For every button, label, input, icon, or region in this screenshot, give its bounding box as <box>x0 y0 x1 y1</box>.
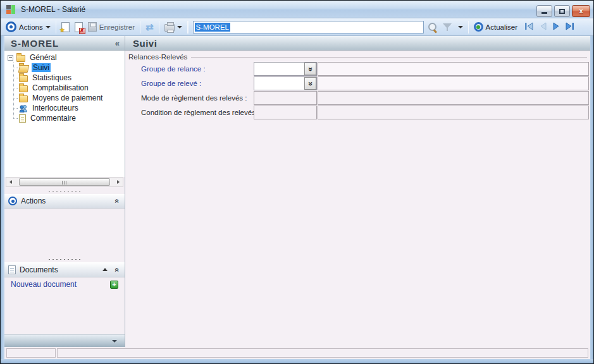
tree-item-label[interactable]: Commentaire <box>29 114 77 123</box>
grip-dots-icon <box>47 258 82 260</box>
target-icon <box>8 197 17 205</box>
first-icon <box>524 21 535 31</box>
print-caret-icon <box>177 26 182 28</box>
tree-item-interlocuteurs[interactable]: Interlocuteurs <box>19 103 125 113</box>
main-content: Suivi Relances-Relevés Groupe de relance… <box>125 36 590 347</box>
tree-connector <box>13 78 18 78</box>
field-label-condition-reglement: Condition de règlement des relevés : <box>141 109 259 116</box>
actions-menu-label: Actions <box>19 23 43 31</box>
refresh-icon: ⇄ <box>145 22 154 32</box>
tree-item-label-selected[interactable]: Suivi <box>32 63 51 72</box>
panel-splitter-handle[interactable] <box>4 257 125 262</box>
tree-item-general[interactable]: Général <box>4 52 125 63</box>
status-cell-left <box>6 348 56 358</box>
groupe-releve-field[interactable] <box>318 76 589 90</box>
horizontal-scrollbar[interactable] <box>6 177 123 187</box>
scroll-left-icon[interactable] <box>6 178 15 186</box>
scroll-up-icon[interactable] <box>102 268 108 271</box>
condition-reglement-code-field <box>254 106 317 119</box>
save-icon <box>88 22 97 32</box>
nav-previous-button[interactable] <box>538 21 548 32</box>
group-divider <box>191 57 587 58</box>
combo-dropdown-button[interactable]: » <box>304 77 316 90</box>
combo-value[interactable] <box>254 63 304 75</box>
collapse-panel-icon[interactable]: « <box>113 199 122 203</box>
note-icon <box>19 114 26 123</box>
tree-children: Suivi Statistiques Comptabilisation Moye… <box>4 63 125 123</box>
tree-item-comptabilisation[interactable]: Comptabilisation <box>19 83 125 93</box>
close-button[interactable]: x <box>572 5 590 17</box>
panel-documents-label: Documents <box>20 265 99 274</box>
previous-icon <box>538 21 548 31</box>
record-header: S-MOREL « <box>4 36 125 51</box>
new-document-icon: ★ <box>61 22 70 32</box>
panel-documents-header[interactable]: Documents « <box>4 262 125 277</box>
tree-item-moyens-de-paiement[interactable]: Moyens de paiement <box>19 93 125 103</box>
tree-item-statistiques[interactable]: Statistiques <box>19 73 125 83</box>
page-title: Suivi <box>125 38 157 49</box>
field-label-groupe-relance: Groupe de relance : <box>141 65 206 73</box>
collapse-panel-icon[interactable]: « <box>113 267 122 272</box>
search-selected-text: S-MOREL <box>195 23 230 32</box>
scroll-thumb[interactable] <box>19 178 110 186</box>
groupe-releve-combobox[interactable]: » <box>254 76 317 90</box>
sidebar-bottom-bar[interactable] <box>4 334 125 347</box>
tree-connector <box>13 68 18 68</box>
new-document-link[interactable]: Nouveau document <box>11 280 110 289</box>
panel-splitter-handle[interactable] <box>4 189 125 193</box>
nav-next-button[interactable] <box>552 21 561 32</box>
actualiser-label: Actualiser <box>486 23 518 31</box>
actualiser-button[interactable]: Actualiser <box>471 21 521 33</box>
title-bar[interactable]: S-MOREL - Salarié x <box>1 1 593 18</box>
actualiser-icon <box>474 22 483 32</box>
panel-actions-header[interactable]: Actions « <box>4 194 125 209</box>
app-icon <box>6 4 16 15</box>
groupe-relance-field[interactable] <box>318 62 589 76</box>
nav-first-button[interactable] <box>524 21 535 32</box>
delete-button[interactable]: ✗ <box>72 21 85 33</box>
combo-dropdown-button[interactable]: » <box>304 63 316 75</box>
open-folder-icon <box>19 65 28 72</box>
tree-collapse-icon[interactable] <box>8 55 13 61</box>
window-title: S-MOREL - Salarié <box>21 5 85 14</box>
tree-item-label[interactable]: Général <box>28 53 58 62</box>
tree-item-label[interactable]: Interlocuteurs <box>31 104 80 112</box>
document-icon <box>8 265 16 274</box>
double-chevron-down-icon: » <box>306 82 315 85</box>
minimize-button[interactable] <box>536 5 552 17</box>
tree-connector <box>13 108 18 109</box>
search-input[interactable]: S-MOREL <box>193 21 424 33</box>
grip-dots-icon <box>47 190 82 192</box>
tree-item-label[interactable]: Statistiques <box>31 73 73 82</box>
maximize-button[interactable] <box>554 5 570 17</box>
scroll-right-icon[interactable] <box>114 178 123 186</box>
search-button[interactable] <box>425 21 440 33</box>
filter-caret-icon <box>458 26 463 28</box>
toolbar-separator <box>56 21 56 33</box>
caret-down-icon <box>46 26 51 28</box>
new-document-button[interactable]: ★ <box>59 21 72 33</box>
app-window: S-MOREL - Salarié x Actions ★ ✗ Enregist… <box>0 0 594 364</box>
print-button[interactable] <box>162 21 185 33</box>
magnifier-icon <box>428 22 438 32</box>
tree-item-suivi[interactable]: Suivi <box>19 63 125 73</box>
refresh-button[interactable]: ⇄ <box>143 21 156 33</box>
status-cell-main <box>57 348 588 358</box>
folder-icon <box>16 55 25 62</box>
tree-item-label[interactable]: Comptabilisation <box>31 83 90 92</box>
combo-value[interactable] <box>254 77 304 90</box>
panel-actions-label: Actions <box>21 197 111 205</box>
filter-button[interactable] <box>440 21 466 33</box>
groupe-relance-combobox[interactable]: » <box>254 62 317 76</box>
last-icon <box>565 21 576 31</box>
actions-menu-button[interactable]: Actions <box>3 20 53 33</box>
tree-item-label[interactable]: Moyens de paiement <box>31 94 104 102</box>
tree-connector <box>13 118 18 119</box>
tree-item-commentaire[interactable]: Commentaire <box>19 113 125 123</box>
nav-last-button[interactable] <box>565 21 576 32</box>
people-icon <box>19 104 28 112</box>
collapse-sidebar-icon[interactable]: « <box>115 39 125 48</box>
add-document-button[interactable]: + <box>110 281 118 289</box>
save-button[interactable]: Enregistrer <box>85 21 137 33</box>
tree-connector <box>13 98 18 99</box>
